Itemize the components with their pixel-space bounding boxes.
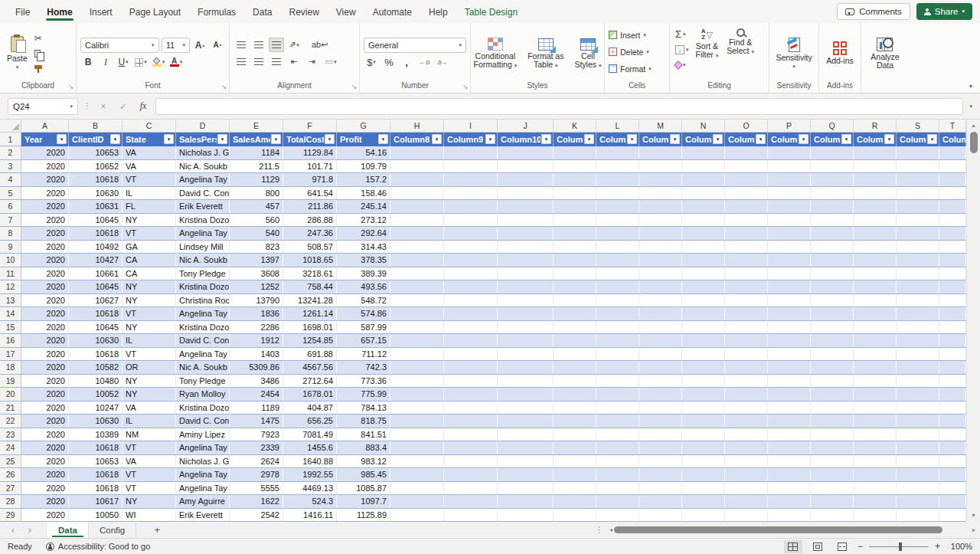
cell[interactable] bbox=[811, 321, 854, 334]
row-number-13[interactable]: 13 bbox=[0, 294, 21, 307]
cell[interactable] bbox=[768, 428, 811, 441]
cell[interactable]: 1097.7 bbox=[337, 495, 390, 508]
cell[interactable]: VA bbox=[122, 146, 176, 159]
cell[interactable]: Erik Everett bbox=[176, 509, 230, 522]
cell[interactable] bbox=[768, 509, 811, 522]
table-header-profit[interactable]: Profit▼ bbox=[337, 133, 390, 146]
cell[interactable] bbox=[554, 173, 596, 186]
cell[interactable]: VT bbox=[122, 307, 176, 320]
cell[interactable] bbox=[768, 173, 811, 186]
cell[interactable]: 10618 bbox=[69, 441, 122, 454]
cell[interactable]: VT bbox=[122, 348, 176, 361]
cell[interactable] bbox=[682, 482, 725, 495]
cell[interactable] bbox=[639, 388, 682, 401]
cell[interactable] bbox=[854, 227, 897, 240]
enter-button[interactable]: ✓ bbox=[116, 101, 131, 112]
cell[interactable]: David C. Con bbox=[176, 334, 230, 347]
cell[interactable] bbox=[768, 375, 811, 388]
cell[interactable] bbox=[897, 375, 939, 388]
cell[interactable]: 245.14 bbox=[337, 200, 390, 213]
table-header-salesamount[interactable]: SalesAmount▼ bbox=[230, 133, 283, 146]
cell[interactable] bbox=[682, 415, 725, 428]
cell[interactable]: 758.44 bbox=[283, 280, 337, 293]
cell[interactable] bbox=[897, 482, 939, 495]
cell[interactable] bbox=[768, 187, 811, 200]
cell[interactable] bbox=[596, 280, 639, 293]
formula-bar-expand-button[interactable]: ▾ bbox=[968, 103, 974, 110]
cell[interactable] bbox=[498, 241, 554, 254]
cell[interactable]: 3218.61 bbox=[283, 267, 337, 280]
cell[interactable]: 10492 bbox=[69, 241, 122, 254]
table-header-salesperson[interactable]: SalesPerson▼ bbox=[176, 133, 230, 146]
cell[interactable]: Christina Roc bbox=[176, 294, 230, 307]
cell[interactable]: 1018.65 bbox=[283, 254, 337, 267]
filter-button[interactable]: ▼ bbox=[713, 134, 723, 144]
cell[interactable]: 3486 bbox=[230, 375, 283, 388]
cell[interactable]: 2542 bbox=[230, 509, 283, 522]
cell[interactable] bbox=[854, 388, 897, 401]
cell[interactable]: 10618 bbox=[69, 482, 122, 495]
cell[interactable]: 3608 bbox=[230, 267, 283, 280]
cell[interactable]: 211.86 bbox=[283, 200, 337, 213]
cell[interactable]: CA bbox=[122, 267, 176, 280]
cell[interactable]: Kristina Dozo bbox=[176, 214, 230, 227]
cell[interactable] bbox=[854, 334, 897, 347]
cell[interactable]: 10618 bbox=[69, 307, 122, 320]
menu-tab-help[interactable]: Help bbox=[421, 2, 456, 21]
cell[interactable] bbox=[639, 334, 682, 347]
menu-tab-home[interactable]: Home bbox=[39, 2, 80, 21]
cell[interactable] bbox=[768, 227, 811, 240]
cell[interactable]: IL bbox=[122, 187, 176, 200]
cell[interactable] bbox=[939, 361, 966, 374]
cell[interactable]: 4567.56 bbox=[283, 361, 337, 374]
cell[interactable]: 2020 bbox=[21, 227, 69, 240]
cell[interactable] bbox=[444, 241, 498, 254]
zoom-slider-thumb[interactable] bbox=[899, 543, 902, 551]
cell[interactable]: 2624 bbox=[230, 455, 283, 468]
filter-button[interactable]: ▼ bbox=[584, 134, 594, 144]
cell[interactable] bbox=[939, 415, 966, 428]
column-letter-C[interactable]: C bbox=[122, 120, 176, 133]
cell[interactable] bbox=[725, 468, 768, 481]
cell[interactable]: 157.2 bbox=[337, 173, 390, 186]
cell[interactable]: David C. Con bbox=[176, 187, 230, 200]
filter-button[interactable]: ▼ bbox=[841, 134, 851, 144]
cell[interactable]: 2020 bbox=[21, 280, 69, 293]
cell[interactable]: 158.46 bbox=[337, 187, 390, 200]
table-header-column11[interactable]: Column11▼ bbox=[554, 133, 596, 146]
cell[interactable] bbox=[554, 214, 596, 227]
cell[interactable] bbox=[768, 146, 811, 159]
cell[interactable]: VT bbox=[122, 227, 176, 240]
cell[interactable] bbox=[554, 200, 596, 213]
cell[interactable] bbox=[498, 173, 554, 186]
cell[interactable] bbox=[725, 241, 768, 254]
cell[interactable] bbox=[854, 455, 897, 468]
cell[interactable] bbox=[811, 495, 854, 508]
cell[interactable] bbox=[390, 227, 444, 240]
cell[interactable] bbox=[554, 375, 596, 388]
cell-styles-button[interactable]: CellStyles ▾ bbox=[571, 37, 604, 70]
row-number-17[interactable]: 17 bbox=[0, 348, 21, 361]
bold-button[interactable]: B bbox=[80, 55, 96, 70]
cell[interactable] bbox=[596, 441, 639, 454]
cell[interactable] bbox=[811, 441, 854, 454]
percent-style-button[interactable]: % bbox=[381, 55, 397, 70]
cell[interactable] bbox=[682, 321, 725, 334]
cell[interactable] bbox=[768, 267, 811, 280]
cell[interactable] bbox=[596, 388, 639, 401]
cell[interactable] bbox=[498, 495, 554, 508]
cell[interactable]: Angelina Tay bbox=[176, 482, 230, 495]
cell[interactable] bbox=[854, 482, 897, 495]
cell[interactable]: 2020 bbox=[21, 388, 69, 401]
cell[interactable]: 389.39 bbox=[337, 267, 390, 280]
cell[interactable] bbox=[854, 509, 897, 522]
cell[interactable] bbox=[682, 227, 725, 240]
cell[interactable]: 5309.86 bbox=[230, 361, 283, 374]
horizontal-scroll-thumb[interactable] bbox=[614, 526, 942, 533]
cell[interactable] bbox=[897, 321, 939, 334]
cell[interactable] bbox=[554, 402, 596, 415]
cell[interactable] bbox=[725, 402, 768, 415]
cell[interactable] bbox=[682, 280, 725, 293]
menu-tab-insert[interactable]: Insert bbox=[82, 2, 120, 21]
cell[interactable] bbox=[768, 455, 811, 468]
